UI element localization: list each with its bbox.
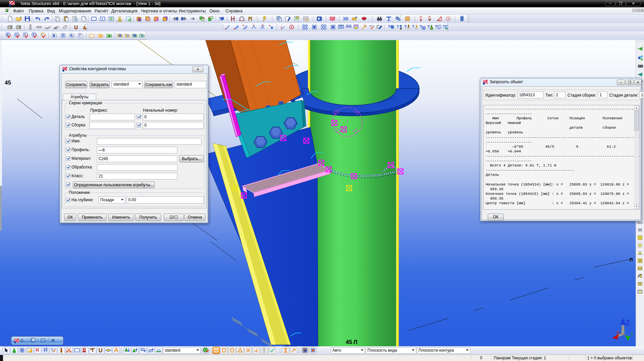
svg-text:cans: cans — [637, 221, 643, 224]
svg-text:?: ? — [388, 24, 390, 29]
svg-text:?: ? — [420, 24, 422, 29]
svg-text:?: ? — [443, 24, 445, 29]
svg-text:Л: Л — [629, 257, 633, 262]
svg-text:?: ? — [396, 24, 399, 29]
svg-text:?: ? — [412, 24, 414, 29]
svg-text:?: ? — [435, 24, 437, 29]
svg-text:?: ? — [427, 24, 430, 29]
svg-text:Л: Л — [353, 339, 357, 345]
svg-text:?: ? — [404, 24, 407, 29]
svg-text:45: 45 — [346, 339, 352, 345]
svg-text:45: 45 — [5, 80, 11, 86]
